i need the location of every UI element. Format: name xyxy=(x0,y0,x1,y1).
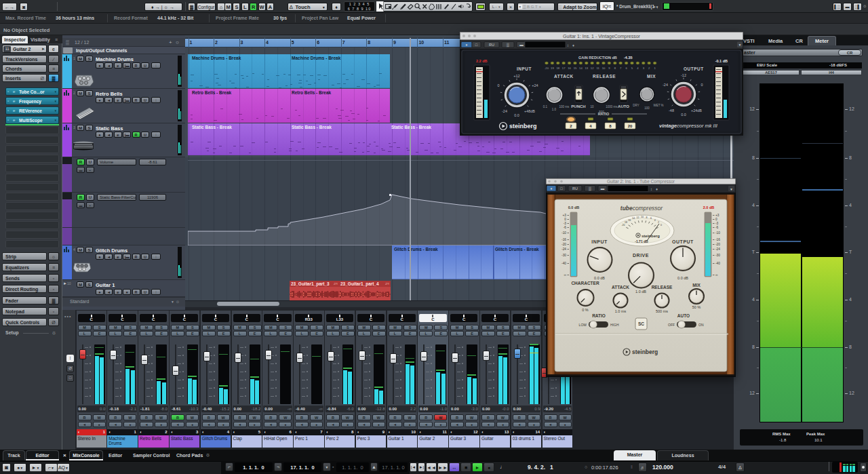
svg-text:16: 16 xyxy=(568,66,571,70)
svg-text:●: ● xyxy=(550,186,552,191)
svg-text:18: 18 xyxy=(556,66,559,70)
svg-text:▼: ▼ xyxy=(730,187,733,191)
svg-text:ATTACK: ATTACK xyxy=(612,285,629,290)
svg-text:0.0 dB: 0.0 dB xyxy=(594,276,605,280)
svg-text:100 ms: 100 ms xyxy=(559,105,570,108)
svg-text:12: 12 xyxy=(591,66,594,70)
svg-text:-20: -20 xyxy=(561,243,566,246)
svg-text:-10: -10 xyxy=(715,231,720,235)
svg-text:0: 0 xyxy=(701,83,703,87)
svg-text:RU: RU xyxy=(572,186,578,191)
svg-text:ATTACK: ATTACK xyxy=(554,74,574,79)
svg-text:14: 14 xyxy=(632,217,635,220)
svg-text:RATIO: RATIO xyxy=(592,313,606,318)
svg-text:OFF: OFF xyxy=(668,323,675,327)
svg-text:0.0 dB: 0.0 dB xyxy=(677,276,688,280)
svg-text:-24: -24 xyxy=(502,109,507,113)
svg-text:+48dB: +48dB xyxy=(524,109,535,113)
svg-text:16: 16 xyxy=(628,219,631,222)
svg-text:-24: -24 xyxy=(561,248,566,251)
svg-text:12: 12 xyxy=(636,216,639,219)
svg-text:MIX: MIX xyxy=(692,283,701,288)
svg-text:LOW: LOW xyxy=(579,323,587,327)
svg-text:steinberg: steinberg xyxy=(509,123,537,130)
svg-text:-20: -20 xyxy=(715,243,720,246)
svg-text:OUTPUT: OUTPUT xyxy=(684,66,704,71)
svg-text:-48: -48 xyxy=(669,108,674,113)
svg-text:↕: ↕ xyxy=(650,187,652,191)
svg-text:-20: -20 xyxy=(621,224,625,226)
svg-text:Guitar 1: Ins. 1 - VintageComp: Guitar 1: Ins. 1 - VintageCompressor xyxy=(563,34,641,39)
svg-text:-10: -10 xyxy=(561,231,566,235)
svg-text:▒: ▒ xyxy=(589,186,591,191)
svg-text:vintagecompressor mk III: vintagecompressor mk III xyxy=(659,123,717,129)
svg-text:steinberg: steinberg xyxy=(632,349,658,355)
svg-text:-0.1 dB: -0.1 dB xyxy=(715,59,728,63)
svg-text:0: 0 xyxy=(715,218,717,221)
svg-text:11: 11 xyxy=(596,66,599,70)
svg-text:6: 6 xyxy=(650,217,652,220)
svg-text:SC: SC xyxy=(638,321,644,326)
svg-text:CHARACTER: CHARACTER xyxy=(571,281,599,285)
svg-text:50 %: 50 % xyxy=(692,305,701,309)
svg-text:0: 0 xyxy=(564,218,566,221)
svg-text:-3: -3 xyxy=(715,222,719,225)
svg-text:-30: -30 xyxy=(561,254,566,257)
svg-text:RU: RU xyxy=(489,43,494,47)
svg-text:8: 8 xyxy=(646,216,648,219)
svg-text:14: 14 xyxy=(579,66,583,70)
svg-text:-6: -6 xyxy=(564,226,567,229)
svg-text:▒: ▒ xyxy=(507,43,509,47)
svg-text:RELEASE: RELEASE xyxy=(593,74,616,79)
svg-text:+3: +3 xyxy=(563,214,567,217)
svg-text:-40: -40 xyxy=(715,262,720,265)
svg-text:OUTPUT: OUTPUT xyxy=(672,239,694,244)
svg-text:0.0: 0.0 xyxy=(514,113,519,117)
svg-text:+24dB: +24dB xyxy=(691,108,702,113)
svg-text:-12: -12 xyxy=(681,73,686,77)
svg-text:-3: -3 xyxy=(564,222,567,225)
svg-text:+24: +24 xyxy=(532,83,538,87)
svg-text:-24: -24 xyxy=(715,248,720,251)
svg-text:↕: ↕ xyxy=(567,43,569,47)
svg-text:2.2 dB: 2.2 dB xyxy=(476,59,488,63)
svg-text:INPUT: INPUT xyxy=(517,66,532,71)
svg-text:♦: ♦ xyxy=(572,43,574,47)
svg-text:tubecompressor: tubecompressor xyxy=(620,205,664,212)
svg-text:-1.71 dB: -1.71 dB xyxy=(635,239,648,243)
svg-text:RELEASE: RELEASE xyxy=(652,285,673,290)
svg-text:▼: ▼ xyxy=(738,43,742,47)
svg-text:1000 ms: 1000 ms xyxy=(606,105,618,108)
svg-text:DRIVE: DRIVE xyxy=(633,253,649,258)
svg-text:500 ms: 500 ms xyxy=(656,309,668,313)
svg-text:1.0 ms: 1.0 ms xyxy=(615,309,627,313)
svg-text:-40: -40 xyxy=(561,262,566,265)
svg-text:0.0 dB: 0.0 dB xyxy=(568,205,580,210)
svg-text:0: 0 xyxy=(660,224,662,226)
svg-text:MIX: MIX xyxy=(647,74,656,79)
svg-text:-16: -16 xyxy=(561,238,566,241)
svg-text:AUTO: AUTO xyxy=(677,313,690,318)
svg-text:10: 10 xyxy=(590,105,594,108)
svg-text:DRY: DRY xyxy=(633,104,639,107)
svg-text:INPUT: INPUT xyxy=(591,239,608,244)
svg-text:-6: -6 xyxy=(715,226,719,229)
svg-text:∞: ∞ xyxy=(564,273,567,277)
svg-text:GAIN REDUCTION dB: GAIN REDUCTION dB xyxy=(578,56,617,60)
svg-text:13: 13 xyxy=(585,66,588,70)
svg-text:18: 18 xyxy=(625,221,627,224)
svg-text:19: 19 xyxy=(551,66,554,70)
svg-text:0.1: 0.1 xyxy=(543,105,548,108)
svg-text:2: 2 xyxy=(658,221,659,224)
svg-text:+3: +3 xyxy=(715,214,719,217)
svg-text:100: 100 xyxy=(644,106,650,110)
svg-text:WET %: WET % xyxy=(653,104,663,107)
svg-text:▬: ▬ xyxy=(601,186,605,191)
svg-text:0: 0 xyxy=(497,83,499,87)
svg-text:0 %: 0 % xyxy=(582,308,589,312)
svg-text:●: ● xyxy=(465,43,467,47)
svg-text:4: 4 xyxy=(654,219,656,222)
svg-text:∞: ∞ xyxy=(715,273,718,277)
svg-text:1.0 dB: 1.0 dB xyxy=(635,290,646,294)
svg-text:20: 20 xyxy=(628,124,633,128)
